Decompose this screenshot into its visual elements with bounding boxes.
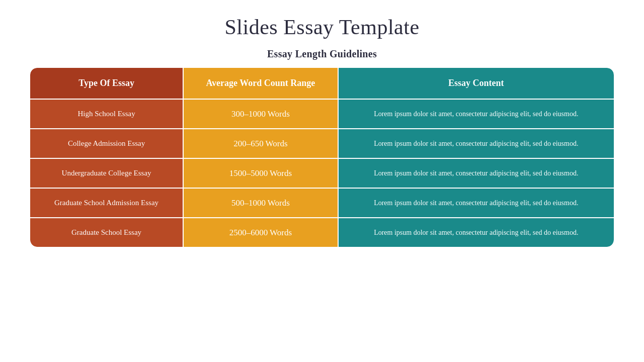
table-row: Graduate School Admission Essay500–1000 … bbox=[30, 188, 614, 218]
cell-type: College Admission Essay bbox=[30, 129, 183, 158]
essay-table: Type Of Essay Average Word Count Range E… bbox=[30, 68, 614, 247]
section-title: Essay Length Guidelines bbox=[267, 48, 377, 60]
cell-type: High School Essay bbox=[30, 99, 183, 129]
header-type: Type Of Essay bbox=[30, 68, 183, 99]
cell-content: Lorem ipsum dolor sit amet, consectetur … bbox=[338, 129, 614, 158]
cell-word-count: 200–650 Words bbox=[183, 129, 338, 158]
cell-word-count: 2500–6000 Words bbox=[183, 218, 338, 247]
cell-word-count: 1500–5000 Words bbox=[183, 158, 338, 188]
cell-content: Lorem ipsum dolor sit amet, consectetur … bbox=[338, 99, 614, 129]
table-header-row: Type Of Essay Average Word Count Range E… bbox=[30, 68, 614, 99]
cell-word-count: 500–1000 Words bbox=[183, 188, 338, 218]
cell-content: Lorem ipsum dolor sit amet, consectetur … bbox=[338, 218, 614, 247]
table-row: High School Essay300–1000 WordsLorem ips… bbox=[30, 99, 614, 129]
cell-type: Undergraduate College Essay bbox=[30, 158, 183, 188]
header-content: Essay Content bbox=[338, 68, 614, 99]
cell-type: Graduate School Admission Essay bbox=[30, 188, 183, 218]
table-row: Undergraduate College Essay1500–5000 Wor… bbox=[30, 158, 614, 188]
cell-word-count: 300–1000 Words bbox=[183, 99, 338, 129]
header-word-count: Average Word Count Range bbox=[183, 68, 338, 99]
cell-content: Lorem ipsum dolor sit amet, consectetur … bbox=[338, 188, 614, 218]
page-title: Slides Essay Template bbox=[224, 15, 419, 39]
table-row: Graduate School Essay2500–6000 WordsLore… bbox=[30, 218, 614, 247]
cell-content: Lorem ipsum dolor sit amet, consectetur … bbox=[338, 158, 614, 188]
cell-type: Graduate School Essay bbox=[30, 218, 183, 247]
table-row: College Admission Essay200–650 WordsLore… bbox=[30, 129, 614, 158]
